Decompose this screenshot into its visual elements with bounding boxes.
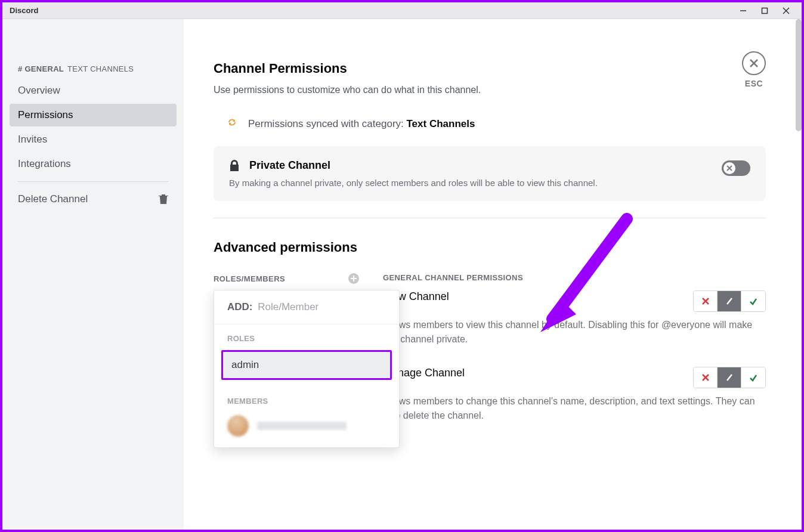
popup-roles-header: ROLES <box>214 324 399 348</box>
trash-icon <box>159 194 168 205</box>
plus-icon <box>351 276 357 282</box>
private-channel-card: Private Channel By making a channel priv… <box>214 146 766 201</box>
popup-role-admin[interactable]: admin <box>221 350 392 380</box>
add-role-member-button[interactable] <box>348 273 359 284</box>
app-title: Discord <box>10 6 38 15</box>
svg-line-10 <box>727 298 732 304</box>
sync-text: Permissions synced with category: Text C… <box>248 118 475 130</box>
private-channel-toggle[interactable] <box>722 160 750 176</box>
popup-members-header: MEMBERS <box>214 387 399 410</box>
permissions-column: GENERAL CHANNEL PERMISSIONS View Channel… <box>383 273 766 443</box>
page-subtext: Use permissions to customize who can do … <box>214 85 481 95</box>
window-titlebar: Discord <box>2 2 802 19</box>
roles-members-header: ROLES/MEMBERS <box>214 274 285 283</box>
permission-tri-toggle <box>693 367 766 388</box>
perm-allow-button[interactable] <box>741 291 765 311</box>
sidebar-item-overview[interactable]: Overview <box>10 79 177 102</box>
esc-label: ESC <box>742 79 766 88</box>
popup-member-item[interactable] <box>214 410 399 447</box>
private-channel-title: Private Channel <box>249 159 330 172</box>
sidebar-item-permissions[interactable]: Permissions <box>10 104 177 126</box>
popup-add-label: ADD: <box>227 301 253 313</box>
settings-sidebar: # GENERAL TEXT CHANNELS Overview Permiss… <box>2 19 184 530</box>
maximize-button[interactable] <box>754 2 775 19</box>
svg-rect-1 <box>762 8 768 13</box>
sidebar-header-prefix: # GENERAL <box>18 64 64 73</box>
perm-allow-button[interactable] <box>741 367 765 388</box>
perm-deny-button[interactable] <box>694 367 718 388</box>
roles-members-column: ROLES/MEMBERS ADD: Role/Member ROLES adm… <box>214 273 359 443</box>
permission-tri-toggle <box>693 290 766 312</box>
add-role-member-popup: ADD: Role/Member ROLES admin MEMBERS <box>214 290 400 448</box>
close-settings-button[interactable]: ESC <box>742 51 766 88</box>
general-channel-permissions-header: GENERAL CHANNEL PERMISSIONS <box>383 273 523 282</box>
divider <box>214 218 766 218</box>
svg-line-13 <box>727 375 732 381</box>
sidebar-delete-channel[interactable]: Delete Channel <box>10 188 177 211</box>
sidebar-separator <box>18 181 168 182</box>
private-channel-desc: By making a channel private, only select… <box>229 178 722 188</box>
sync-icon <box>227 117 237 131</box>
permissions-sync-row: Permissions synced with category: Text C… <box>214 117 766 131</box>
window-controls <box>732 2 797 19</box>
perm-deny-button[interactable] <box>694 291 718 311</box>
sidebar-delete-label: Delete Channel <box>18 193 88 205</box>
sidebar-item-integrations[interactable]: Integrations <box>10 153 177 175</box>
permission-manage-channel: Manage Channel Allows members to change … <box>383 367 766 423</box>
popup-search-row[interactable]: ADD: Role/Member <box>214 290 399 324</box>
popup-add-placeholder: Role/Member <box>258 301 318 313</box>
permission-desc: Allows members to view this channel by d… <box>383 318 766 347</box>
minimize-button[interactable] <box>732 2 754 19</box>
lock-icon <box>229 160 240 172</box>
perm-passthrough-button[interactable] <box>718 291 741 311</box>
toggle-knob-icon <box>723 162 735 174</box>
permission-view-channel: View Channel Allows members to view this… <box>383 290 766 347</box>
avatar <box>227 415 249 437</box>
permission-desc: Allows members to change this channel's … <box>383 394 766 423</box>
sidebar-header-suffix: TEXT CHANNELS <box>67 64 134 73</box>
scrollbar[interactable] <box>796 19 802 131</box>
close-button[interactable] <box>775 2 797 19</box>
close-icon <box>749 58 759 68</box>
sidebar-item-invites[interactable]: Invites <box>10 128 177 151</box>
perm-passthrough-button[interactable] <box>718 367 741 388</box>
member-name-blurred <box>257 422 347 430</box>
sidebar-channel-header: # GENERAL TEXT CHANNELS <box>10 61 177 79</box>
content-area: Channel Permissions Use permissions to c… <box>184 19 802 530</box>
advanced-permissions-heading: Advanced permissions <box>214 240 766 255</box>
page-title: Channel Permissions <box>214 61 481 76</box>
